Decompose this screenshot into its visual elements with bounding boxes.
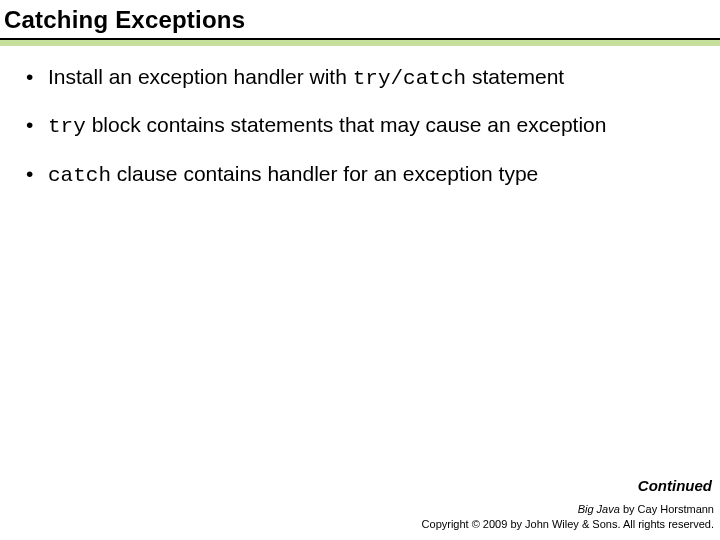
bullet-item-2: try block contains statements that may c… [26, 112, 694, 140]
bullet-2-code: try [48, 115, 86, 138]
footer-book-title: Big Java [578, 503, 620, 515]
bullet-item-1: Install an exception handler with try/ca… [26, 64, 694, 92]
bullet-1-text-pre: Install an exception handler with [48, 65, 353, 88]
bullet-item-3: catch clause contains handler for an exc… [26, 161, 694, 189]
bullet-3-code: catch [48, 164, 111, 187]
bullet-2-text-post: block contains statements that may cause… [86, 113, 607, 136]
footer-copyright: Copyright © 2009 by John Wiley & Sons. A… [422, 517, 714, 532]
continued-label: Continued [638, 477, 712, 494]
bullet-1-code: try/catch [353, 67, 466, 90]
bullet-1-text-post: statement [466, 65, 564, 88]
footer-line-1: Big Java by Cay Horstmann [422, 502, 714, 517]
title-rule [0, 38, 720, 46]
slide: Catching Exceptions Install an exception… [0, 0, 720, 540]
bullet-3-text-post: clause contains handler for an exception… [111, 162, 538, 185]
footer-byline: by Cay Horstmann [620, 503, 714, 515]
bullet-list: Install an exception handler with try/ca… [0, 46, 720, 189]
slide-title: Catching Exceptions [0, 0, 720, 38]
footer: Big Java by Cay Horstmann Copyright © 20… [422, 502, 714, 532]
